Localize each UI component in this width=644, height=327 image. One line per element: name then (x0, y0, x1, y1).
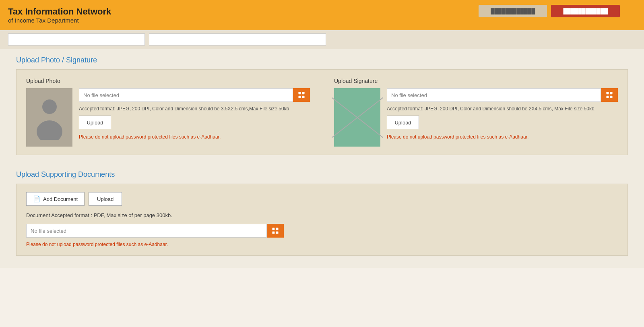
upload-row: Upload Photo No file selected (26, 78, 618, 147)
signature-file-text: No file selected (387, 88, 601, 102)
upload-signature-label: Upload Signature (334, 78, 618, 84)
photo-upload-controls: No file selected Acc (79, 88, 310, 140)
browse-icon-doc (271, 227, 279, 235)
svg-rect-4 (299, 96, 301, 98)
photo-area: No file selected Acc (26, 88, 310, 147)
photo-file-text: No file selected (79, 88, 293, 102)
doc-warning-text: Please do not upload password protected … (26, 242, 618, 247)
doc-buttons-row: 📄 Add Document Upload (26, 192, 618, 206)
doc-format-text: Document Accepted format : PDF, Max size… (26, 212, 618, 218)
svg-rect-13 (276, 232, 279, 234)
header-button-1[interactable]: ████████████ (479, 5, 547, 17)
upload-photo-signature-title: Upload Photo / Signature (16, 49, 628, 69)
add-doc-icon: 📄 (33, 195, 41, 203)
signature-browse-button[interactable] (601, 88, 618, 102)
svg-rect-3 (302, 92, 305, 95)
upload-photo-signature-section: Upload Photo No file selected (16, 69, 628, 155)
header: Tax Information Network of Income Tax De… (0, 0, 644, 30)
upload-signature-col: Upload Signature No file selected (334, 78, 618, 147)
svg-rect-11 (276, 228, 279, 230)
signature-format-text: Accepted format: JPEG, 200 DPI, Color an… (387, 105, 618, 112)
svg-rect-9 (610, 96, 613, 98)
signature-warning-text: Please do not upload password protected … (387, 134, 618, 140)
header-button-2[interactable]: ████████████ (551, 5, 620, 17)
top-input-2[interactable] (149, 33, 326, 46)
svg-rect-8 (607, 96, 609, 98)
svg-point-1 (37, 120, 62, 140)
header-logo: Tax Information Network of Income Tax De… (8, 6, 111, 24)
photo-warning-text: Please do not upload password protected … (79, 134, 310, 140)
svg-rect-12 (272, 232, 275, 234)
signature-area: No file selected Acc (334, 88, 618, 147)
svg-rect-10 (272, 228, 275, 230)
svg-rect-7 (610, 92, 613, 95)
signature-x-lines (334, 88, 380, 147)
browse-icon (297, 91, 305, 99)
upload-document-button[interactable]: Upload (89, 192, 122, 206)
signature-file-input-row: No file selected (387, 88, 618, 102)
add-document-label: Add Document (43, 196, 78, 202)
photo-file-input-row: No file selected (79, 88, 310, 102)
doc-file-text: No file selected (26, 224, 267, 238)
header-title-line1: Tax Information Network (8, 6, 111, 17)
upload-photo-label: Upload Photo (26, 78, 310, 84)
doc-file-input-row: No file selected (26, 224, 284, 238)
top-bar (0, 30, 644, 49)
header-title-line2: of Income Tax Department (8, 17, 111, 24)
main-content: Upload Photo / Signature Upload Photo (0, 49, 644, 268)
supporting-documents-section: 📄 Add Document Upload Document Accepted … (16, 184, 628, 256)
photo-format-text: Accepted format: JPEG, 200 DPI, Color an… (79, 105, 310, 112)
top-input-1[interactable] (8, 33, 145, 46)
person-icon (33, 95, 66, 140)
photo-upload-button[interactable]: Upload (79, 116, 111, 129)
browse-icon-sig (605, 91, 613, 99)
svg-point-0 (42, 99, 57, 114)
signature-upload-controls: No file selected Acc (387, 88, 618, 140)
header-actions: ████████████ ████████████ (479, 5, 620, 17)
add-document-button[interactable]: 📄 Add Document (26, 192, 85, 206)
svg-rect-6 (607, 92, 609, 95)
signature-placeholder (334, 88, 380, 147)
doc-browse-button[interactable] (267, 224, 284, 238)
photo-placeholder (26, 88, 72, 147)
photo-browse-button[interactable] (293, 88, 310, 102)
upload-photo-col: Upload Photo No file selected (26, 78, 310, 147)
svg-rect-5 (302, 96, 305, 98)
svg-rect-2 (299, 92, 301, 95)
signature-upload-button[interactable]: Upload (387, 116, 419, 129)
supporting-docs-title: Upload Supporting Documents (16, 163, 628, 184)
